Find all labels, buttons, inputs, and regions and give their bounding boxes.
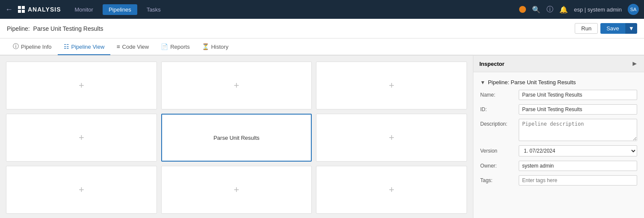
pipeline-title: Pipeline: Parse Unit Testing Results — [7, 25, 103, 32]
help-icon-button[interactable]: ⓘ — [547, 5, 553, 14]
tab-reports[interactable]: 📄 Reports — [155, 39, 196, 55]
tab-pipeline-info-label: Pipeline Info — [21, 44, 52, 50]
canvas-cell-1-2[interactable]: + — [316, 114, 467, 162]
canvas-cell-2-1[interactable]: + — [161, 166, 312, 214]
canvas-cell-0-2[interactable]: + — [316, 62, 467, 109]
add-icon: + — [389, 185, 394, 194]
owner-field-row: Owner: — [480, 161, 637, 171]
app-logo: ANALYSIS — [18, 6, 61, 13]
pipeline-view-icon: ☷ — [64, 43, 69, 50]
version-select[interactable]: 1. 07/22/2024 — [519, 145, 637, 156]
tags-input[interactable] — [519, 175, 637, 186]
owner-label: Owner: — [480, 163, 519, 169]
reports-icon: 📄 — [161, 43, 168, 50]
canvas-area: + + + + Parse Unit Results + + — [0, 56, 473, 218]
tab-pipeline-info[interactable]: ⓘ Pipeline Info — [7, 38, 58, 56]
tags-label: Tags: — [480, 177, 519, 183]
nav-pipelines-button[interactable]: Pipelines — [103, 4, 137, 15]
version-label: Version — [480, 148, 519, 154]
description-field-row: Description: — [480, 119, 637, 141]
pipeline-prefix: Pipeline: — [7, 25, 30, 32]
canvas-cell-0-0[interactable]: + — [6, 62, 157, 109]
add-icon: + — [389, 133, 394, 142]
inspector-panel: Inspector ► ▼ Pipeline: Parse Unit Testi… — [473, 56, 644, 218]
section-arrow-icon: ▼ — [480, 80, 485, 85]
name-label: Name: — [480, 92, 519, 98]
pipeline-name: Parse Unit Testing Results — [33, 25, 103, 32]
id-field-row: ID: — [480, 104, 637, 115]
add-icon: + — [234, 81, 239, 90]
add-icon: + — [79, 81, 84, 90]
inspector-section-header[interactable]: ▼ Pipeline: Parse Unit Testing Results — [480, 77, 637, 90]
tab-pipeline-view-label: Pipeline View — [71, 44, 105, 50]
avatar[interactable]: SA — [628, 4, 639, 15]
inspector-section-label: Pipeline: Parse Unit Testing Results — [488, 79, 576, 85]
canvas-cell-0-1[interactable]: + — [161, 62, 312, 109]
name-input[interactable] — [519, 90, 637, 100]
tab-code-view[interactable]: ≡ Code View — [110, 39, 155, 55]
inspector-header: Inspector ► — [473, 56, 644, 72]
pipeline-header: Pipeline: Parse Unit Testing Results Run… — [0, 19, 644, 38]
tabs-bar: ⓘ Pipeline Info ☷ Pipeline View ≡ Code V… — [0, 38, 644, 56]
inspector-title: Inspector — [479, 61, 505, 67]
canvas-cell-2-0[interactable]: + — [6, 166, 157, 214]
tab-reports-label: Reports — [170, 44, 190, 50]
topnav: ← ANALYSIS Monitor Pipelines Tasks 🔍 ⓘ 🔔… — [0, 0, 644, 19]
id-input[interactable] — [519, 104, 637, 115]
add-icon: + — [79, 185, 84, 194]
tab-history[interactable]: ⏳ History — [196, 39, 234, 55]
search-icon-button[interactable]: 🔍 — [532, 6, 541, 14]
tab-pipeline-view[interactable]: ☷ Pipeline View — [58, 39, 111, 55]
inspector-collapse-button[interactable]: ► — [631, 60, 638, 68]
add-icon: + — [389, 81, 394, 90]
save-dropdown-button[interactable]: ▼ — [625, 23, 637, 34]
save-button[interactable]: Save — [600, 23, 625, 34]
grid-icon — [18, 6, 25, 13]
tab-code-view-label: Code View — [122, 44, 149, 50]
inspector-body: ▼ Pipeline: Parse Unit Testing Results N… — [473, 72, 644, 218]
description-textarea[interactable] — [519, 119, 637, 141]
tabs-and-content: ⓘ Pipeline Info ☷ Pipeline View ≡ Code V… — [0, 38, 644, 218]
code-view-icon: ≡ — [116, 43, 120, 50]
owner-input[interactable] — [519, 161, 637, 171]
version-field-row: Version 1. 07/22/2024 — [480, 145, 637, 156]
pipeline-info-icon: ⓘ — [13, 43, 19, 50]
notification-icon-button[interactable]: 🔔 — [559, 6, 568, 14]
description-label: Description: — [480, 119, 519, 127]
nav-monitor-button[interactable]: Monitor — [69, 4, 99, 15]
id-label: ID: — [480, 106, 519, 112]
canvas-cell-1-0[interactable]: + — [6, 114, 157, 162]
tab-history-label: History — [211, 44, 228, 50]
name-field-row: Name: — [480, 90, 637, 100]
back-button[interactable]: ← — [5, 5, 13, 14]
save-button-group: Save ▼ — [600, 23, 637, 34]
add-icon: + — [234, 185, 239, 194]
main-area: + + + + Parse Unit Results + + — [0, 56, 644, 218]
node-label: Parse Unit Results — [210, 131, 263, 144]
nav-tasks-button[interactable]: Tasks — [141, 4, 167, 15]
canvas-cell-2-2[interactable]: + — [316, 166, 467, 214]
add-icon: + — [79, 133, 84, 142]
topnav-right: 🔍 ⓘ 🔔 esp | system admin SA — [519, 4, 639, 15]
history-icon: ⏳ — [202, 43, 209, 50]
tags-field-row: Tags: — [480, 175, 637, 186]
header-actions: Run Save ▼ — [575, 23, 637, 34]
canvas-cell-1-1-node[interactable]: Parse Unit Results — [161, 114, 312, 162]
run-button[interactable]: Run — [575, 23, 598, 34]
user-info-label: esp | system admin — [574, 6, 622, 13]
status-dot[interactable] — [519, 6, 526, 13]
app-name: ANALYSIS — [28, 6, 61, 13]
